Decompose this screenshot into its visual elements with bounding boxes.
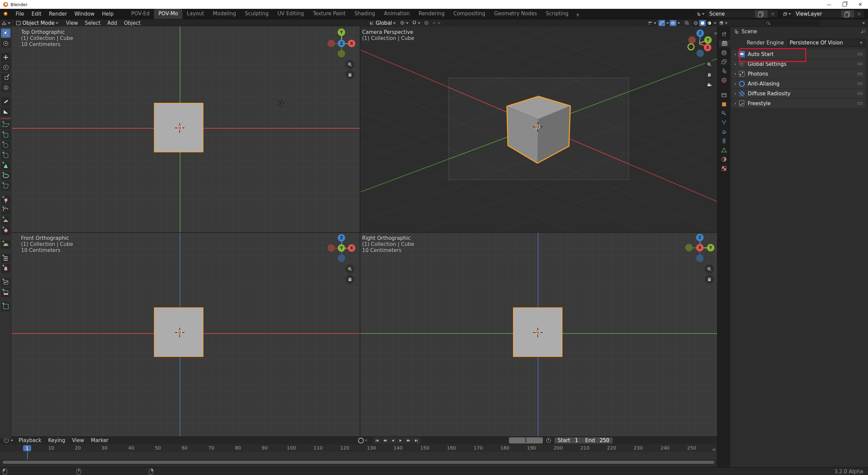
workspace-tab[interactable]: Sculpting [240, 9, 273, 19]
workspace-tab[interactable]: Scripting [541, 9, 573, 19]
workspace-tab[interactable]: Compositing [449, 9, 490, 19]
properties-editor-type-button[interactable] [717, 19, 730, 26]
scene-name[interactable]: Scene [707, 10, 755, 18]
viewport-horizontal-divider[interactable] [0, 232, 717, 233]
menu-item[interactable]: File [12, 11, 28, 17]
tab-world[interactable] [719, 76, 729, 84]
close-button[interactable]: ✕ [852, 0, 868, 9]
previous-keyframe-button[interactable] [381, 437, 389, 443]
jump-to-start-button[interactable] [374, 437, 381, 443]
viewport-vertical-divider[interactable] [360, 26, 360, 436]
tool-add-torus[interactable] [1, 171, 11, 180]
tool-rotate[interactable] [1, 63, 11, 72]
gizmo-minus-y-axis[interactable] [685, 244, 693, 251]
expand-chevron-icon[interactable]: › [734, 52, 736, 57]
tool-add-plane[interactable] [1, 120, 11, 130]
tab-tool[interactable] [719, 31, 729, 38]
panel-global-settings[interactable]: › Global Settings [732, 59, 865, 69]
gizmo-x-axis[interactable]: X [348, 40, 355, 47]
drag-handle-icon[interactable] [857, 53, 863, 56]
jump-to-end-button[interactable] [413, 437, 420, 443]
sidebar-collapse-arrow[interactable]: < [714, 31, 717, 36]
proportional-editing-toggle[interactable] [422, 19, 430, 26]
add-workspace-button[interactable]: + [573, 10, 583, 18]
tab-render[interactable] [719, 40, 730, 47]
gizmo-minus-y-axis[interactable] [338, 50, 345, 57]
viewport-top[interactable]: Top Orthographic (1) Collection | Cube 1… [0, 26, 360, 232]
tool-annotate[interactable] [1, 97, 11, 106]
gizmo-y-axis[interactable]: Y [707, 244, 714, 251]
play-reverse-button[interactable] [389, 437, 397, 443]
tool-add-sphere[interactable] [1, 141, 11, 150]
breadcrumb-label[interactable]: Scene [742, 28, 757, 35]
drag-handle-icon[interactable] [857, 62, 863, 65]
gizmos-toggle[interactable] [658, 20, 665, 26]
timeline-ruler[interactable]: 1102030405060708090100110120130140150160… [0, 444, 717, 452]
gizmo-z-axis[interactable]: Z [338, 234, 345, 242]
tab-output[interactable] [719, 49, 729, 56]
tool-add-cube[interactable] [1, 131, 11, 140]
minimize-button[interactable]: — [821, 0, 837, 9]
transform-orientation-dropdown[interactable]: Global [367, 20, 398, 26]
workspace-tab[interactable]: Shading [350, 9, 379, 19]
workspace-tab[interactable]: Texture Paint [308, 9, 350, 19]
gizmo-y-axis[interactable]: Y [704, 36, 712, 44]
auto-keying-toggle[interactable] [358, 438, 364, 443]
pan-button[interactable] [346, 70, 355, 79]
tool-add-cylinder[interactable] [1, 151, 11, 160]
gizmo-y-axis[interactable]: Y [338, 28, 345, 36]
play-button[interactable] [397, 437, 405, 443]
blender-menu-icon[interactable] [3, 12, 8, 16]
panel-freestyle[interactable]: › Freestyle [732, 99, 865, 108]
properties-search-input[interactable] [764, 20, 821, 26]
gizmo-z-axis[interactable]: Z [338, 40, 345, 47]
gizmo-z-axis[interactable]: Z [696, 234, 704, 241]
zoom-button[interactable] [346, 265, 355, 274]
tab-scene[interactable] [719, 67, 729, 75]
drag-handle-icon[interactable] [857, 72, 863, 75]
gizmo-x-axis[interactable]: X [348, 244, 355, 252]
gizmo-minus-z-axis[interactable] [338, 254, 345, 262]
workspace-tab[interactable]: Animation [379, 9, 414, 19]
tab-material[interactable] [719, 155, 729, 163]
maximize-button[interactable] [837, 0, 852, 9]
workspace-tab[interactable]: POV-Mo [154, 9, 182, 19]
viewport-menu-item[interactable]: View [63, 20, 82, 26]
gizmo-z-axis[interactable]: Z [696, 30, 704, 37]
pin-icon[interactable] [860, 29, 865, 34]
tool-cursor[interactable] [1, 39, 11, 48]
proportional-falloff-button[interactable] [430, 19, 442, 26]
workspace-tab[interactable]: Rendering [414, 9, 449, 19]
menu-item[interactable]: Help [98, 11, 117, 17]
panel-diffuse-radiosity[interactable]: › Diffuse Radiosity [732, 89, 865, 98]
pan-button[interactable] [705, 70, 714, 79]
gizmo-minus-z-axis[interactable] [696, 254, 704, 262]
viewport-front[interactable]: Front Orthographic (1) Collection | Cube… [0, 233, 360, 436]
workspace-tab[interactable]: Layout [182, 9, 209, 19]
zoom-button[interactable] [705, 60, 714, 69]
tab-constraints[interactable] [719, 137, 729, 145]
expand-chevron-icon[interactable]: › [734, 71, 736, 76]
show-hide-button[interactable] [646, 19, 658, 26]
viewport-menu-item[interactable]: Object [120, 20, 144, 26]
tool-add-star[interactable] [1, 226, 11, 235]
next-keyframe-button[interactable] [405, 437, 412, 443]
viewlayer-selector[interactable]: ViewLayer × [781, 10, 865, 18]
tool-add-lathe[interactable] [1, 264, 11, 273]
remove-scene-button[interactable]: × [768, 10, 778, 18]
workspace-tab[interactable]: Geometry Nodes [490, 9, 541, 19]
scene-selector[interactable]: Scene × [694, 10, 778, 18]
gizmo-minus-y-axis[interactable] [688, 43, 695, 51]
tool-select-box[interactable] [1, 28, 11, 38]
overlays-toggle[interactable] [670, 20, 676, 26]
tab-texture[interactable] [719, 165, 729, 172]
panel-photons[interactable]: › Photons [732, 69, 865, 78]
new-viewlayer-button[interactable] [841, 10, 854, 18]
timeline-collapse-arrow[interactable]: < [712, 447, 716, 452]
gizmo-x-axis[interactable]: X [696, 244, 704, 251]
expand-chevron-icon[interactable]: › [734, 61, 736, 66]
light-object[interactable] [278, 100, 284, 107]
pivot-point-button[interactable] [398, 19, 411, 26]
end-frame-field[interactable]: End250 [582, 437, 613, 443]
workspace-tab[interactable]: UV Editing [273, 9, 308, 19]
